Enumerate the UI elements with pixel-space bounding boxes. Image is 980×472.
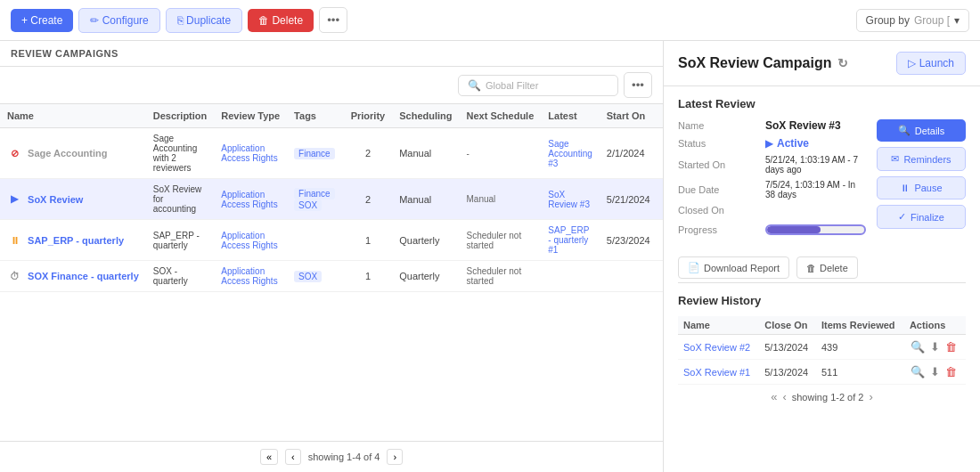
- history-row: SoX Review #2 5/13/2024 439 🔍 ⬇ 🗑: [678, 335, 966, 360]
- details-button[interactable]: 🔍 Details: [877, 119, 966, 142]
- history-delete-button[interactable]: 🗑: [944, 339, 958, 354]
- row-tags: SOX: [287, 261, 344, 292]
- mail-icon: ✉: [891, 153, 899, 165]
- row-name[interactable]: ⏸ SAP_ERP - quarterly: [0, 220, 146, 261]
- chevron-down-icon: ▾: [954, 14, 960, 27]
- launch-button[interactable]: ▷ Launch: [896, 52, 966, 75]
- history-name: SoX Review #1: [678, 360, 759, 385]
- row-tags: FinanceSOX: [287, 179, 344, 220]
- progress-fill-lg: [767, 226, 821, 233]
- play-icon: ▶: [765, 137, 773, 150]
- started-on-label: Started On: [678, 159, 758, 170]
- row-start-on: 5/23/2024: [600, 220, 657, 261]
- history-delete-button[interactable]: 🗑: [944, 364, 958, 379]
- tag-badge: Finance: [294, 148, 335, 159]
- search-icon: 🔍: [898, 125, 911, 136]
- history-first-page[interactable]: «: [771, 390, 777, 403]
- duplicate-button[interactable]: ⎘ Duplicate: [166, 8, 242, 33]
- row-due-date: [657, 261, 663, 292]
- history-view-button[interactable]: 🔍: [910, 339, 926, 354]
- row-review-type: Application Access Rights: [214, 179, 287, 220]
- review-history: Review History Name Close On Items Revie…: [678, 282, 966, 409]
- name-label: Name: [678, 120, 758, 131]
- started-on-value: 5/21/24, 1:03:19 AM - 7 days ago: [765, 155, 866, 175]
- trash-icon: 🗑: [806, 263, 816, 273]
- row-scheduling: Quarterly: [392, 261, 459, 292]
- col-review-type: Review Type: [214, 104, 287, 128]
- refresh-icon[interactable]: ↻: [837, 56, 848, 70]
- history-prev-page[interactable]: ‹: [782, 390, 786, 403]
- row-description: SAP_ERP - quarterly: [146, 220, 215, 261]
- tag-badge: Finance: [294, 188, 335, 199]
- history-table: Name Close On Items Reviewed Actions SoX…: [678, 316, 966, 385]
- section-title: REVIEW CAMPAIGNS: [11, 48, 118, 59]
- history-link[interactable]: SoX Review #1: [683, 367, 750, 378]
- delete-button[interactable]: 🗑 Delete: [248, 9, 314, 32]
- reminders-button[interactable]: ✉ Reminders: [877, 147, 966, 171]
- row-start-on: [600, 261, 657, 292]
- status-label: Status: [678, 138, 758, 149]
- campaign-title: SoX Review Campaign ↻: [678, 55, 848, 71]
- tag-badge: SOX: [294, 271, 322, 282]
- history-link[interactable]: SoX Review #2: [683, 342, 750, 353]
- row-latest: [541, 261, 599, 292]
- next-page-button[interactable]: ›: [387, 449, 403, 465]
- row-scheduling: Quarterly: [392, 220, 459, 261]
- row-next-schedule: Manual: [459, 179, 541, 220]
- row-description: SOX - quarterly: [146, 261, 215, 292]
- filter-placeholder: Global Filter: [486, 80, 538, 91]
- row-description: Sage Accounting with 2 reviewers: [146, 128, 215, 179]
- history-next-page[interactable]: ›: [869, 390, 872, 403]
- pause-button[interactable]: ⏸ Pause: [877, 176, 966, 199]
- info-grid: Name SoX Review #3 Status ▶ Active Start…: [678, 119, 866, 239]
- row-start-on: 5/21/2024: [600, 179, 657, 220]
- search-icon: 🔍: [468, 79, 481, 92]
- history-items-reviewed: 439: [816, 335, 904, 360]
- history-close-on: 5/13/2024: [759, 360, 816, 385]
- campaigns-table-wrapper: Name Description Review Type Tags Priori…: [0, 104, 663, 441]
- history-close-on: 5/13/2024: [759, 335, 816, 360]
- row-latest: Sage Accounting #3: [541, 128, 599, 179]
- row-review-type: Application Access Rights: [214, 128, 287, 179]
- col-due-date: Due Date: [657, 104, 663, 128]
- history-download-button[interactable]: ⬇: [929, 339, 941, 354]
- history-download-button[interactable]: ⬇: [929, 364, 941, 379]
- group-by-value: Group [: [914, 14, 950, 27]
- row-name[interactable]: ▶ SoX Review: [0, 179, 146, 220]
- global-filter-input[interactable]: 🔍 Global Filter: [458, 75, 618, 96]
- create-button[interactable]: + Create: [11, 9, 73, 32]
- configure-button[interactable]: ✏ Configure: [78, 8, 159, 33]
- bottom-action-row: 📄 Download Report 🗑 Delete: [678, 256, 966, 279]
- group-by-label: Group by: [866, 14, 910, 27]
- detail-actions: 🔍 Details ✉ Reminders ⏸ Pause: [877, 119, 966, 249]
- row-due-date: 3/17/2024: [657, 128, 663, 179]
- row-icon-pause: ⏸: [7, 233, 21, 248]
- status-value: ▶ Active: [765, 137, 866, 150]
- history-items-reviewed: 511: [816, 360, 904, 385]
- history-pagination: « ‹ showing 1-2 of 2 ›: [678, 385, 966, 409]
- first-page-button[interactable]: «: [260, 449, 278, 465]
- row-due-date: 7/7/2024: [657, 220, 663, 261]
- row-priority: 1: [344, 220, 393, 261]
- delete-sm-button[interactable]: 🗑 Delete: [796, 256, 858, 279]
- more-button[interactable]: •••: [319, 7, 347, 33]
- history-view-button[interactable]: 🔍: [910, 364, 926, 379]
- prev-page-button[interactable]: ‹: [285, 449, 301, 465]
- group-by-select[interactable]: Group by Group [ ▾: [856, 9, 969, 32]
- filter-more-button[interactable]: •••: [624, 72, 652, 98]
- history-col-actions: Actions: [904, 316, 966, 335]
- right-panel-header: SoX Review Campaign ↻ ▷ Launch: [664, 41, 980, 86]
- row-icon-play: ▶: [7, 192, 21, 207]
- review-history-title: Review History: [678, 294, 966, 307]
- finalize-button[interactable]: ✓ Finalize: [877, 205, 966, 229]
- history-col-items-reviewed: Items Reviewed: [816, 316, 904, 335]
- detail-info: Name SoX Review #3 Status ▶ Active Start…: [678, 119, 866, 249]
- row-name[interactable]: ⏱ SOX Finance - quarterly: [0, 261, 146, 292]
- download-report-button[interactable]: 📄 Download Report: [678, 256, 789, 279]
- row-scheduling: Manual: [392, 128, 459, 179]
- row-priority: 1: [344, 261, 393, 292]
- tag-badge: SOX: [294, 199, 322, 211]
- row-name[interactable]: ⊘ Sage Accounting: [0, 128, 146, 179]
- row-priority: 2: [344, 128, 393, 179]
- row-review-type: Application Access Rights: [214, 261, 287, 292]
